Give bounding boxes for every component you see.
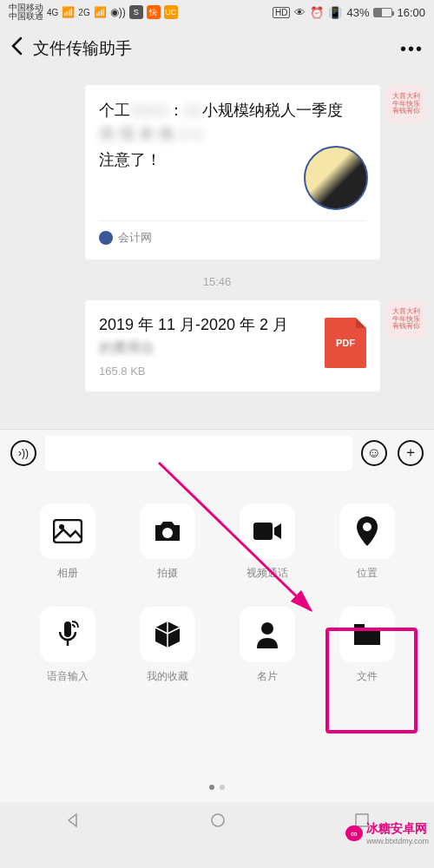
signal-2g: 2G	[78, 8, 89, 17]
sys-home-button[interactable]	[209, 812, 227, 832]
attach-label: 相册	[57, 566, 78, 581]
svg-point-10	[212, 814, 224, 826]
camera-icon	[140, 503, 195, 559]
attach-camera[interactable]: 拍摄	[128, 503, 207, 581]
status-bar: 中国移动 中国联通 4G 📶 2G 📶 ◉)) S 快 UC HD 👁 ⏰ 📳 …	[0, 0, 434, 24]
timestamp: 15:46	[9, 275, 425, 288]
page-title: 文件传输助手	[33, 37, 400, 60]
app-icon-3: UC	[164, 5, 178, 19]
dot	[220, 785, 225, 790]
annotation-highlight	[326, 628, 418, 733]
eye-icon: 👁	[294, 6, 306, 19]
watermark-text: 冰糖安卓网	[366, 821, 429, 837]
cube-icon	[140, 607, 195, 662]
article-card[interactable]: 个工□□□□：□□小规模纳税人一季度 填 报 表 格 □ □ 注意了！ 会计网	[85, 85, 380, 260]
carrier-2: 中国联通	[9, 12, 43, 21]
source-icon	[99, 231, 113, 245]
input-bar: ›)) ☺ ＋	[0, 429, 434, 476]
message-row-1: 个工□□□□：□□小规模纳税人一季度 填 报 表 格 □ □ 注意了！ 会计网 …	[9, 85, 425, 260]
attach-plus-button[interactable]: ＋	[396, 438, 425, 468]
attach-voiceinput[interactable]: 语音输入	[29, 607, 107, 684]
attach-label: 拍摄	[157, 566, 178, 581]
voice-toggle-button[interactable]: ›))	[9, 438, 38, 468]
avatar[interactable]: 大喜大利牛年快乐有钱有你	[387, 85, 425, 123]
back-button[interactable]	[10, 36, 23, 61]
attach-location[interactable]: 位置	[328, 503, 406, 581]
status-left: 中国移动 中国联通 4G 📶 2G 📶 ◉)) S 快 UC	[9, 3, 178, 21]
pdf-icon: PDF	[325, 318, 366, 368]
watermark-badge: ∞	[345, 825, 363, 841]
hd-icon: HD	[273, 7, 290, 18]
emoji-button[interactable]: ☺	[359, 438, 389, 468]
svg-rect-5	[64, 621, 71, 637]
message-row-2: 2019 年 11 月-2020 年 2 月 的费用合 165.8 KB PDF…	[9, 300, 425, 391]
svg-point-2	[162, 528, 173, 538]
person-icon	[240, 607, 295, 662]
attach-contactcard[interactable]: 名片	[228, 607, 306, 684]
article-title: 个工□□□□：□□小规模纳税人一季度 填 报 表 格 □ □	[99, 99, 366, 146]
attach-favorites[interactable]: 我的收藏	[128, 607, 207, 684]
attach-album[interactable]: 相册	[29, 503, 107, 581]
file-card[interactable]: 2019 年 11 月-2020 年 2 月 的费用合 165.8 KB PDF	[85, 300, 380, 391]
chat-area: 个工□□□□：□□小规模纳税人一季度 填 报 表 格 □ □ 注意了！ 会计网 …	[0, 85, 434, 391]
sys-back-button[interactable]	[64, 812, 82, 832]
svg-rect-3	[253, 523, 273, 540]
attach-label: 视频通话	[247, 566, 288, 581]
vibrate-icon: 📳	[328, 6, 342, 19]
avatar[interactable]: 大喜大利牛年快乐有钱有你	[387, 300, 425, 339]
battery-icon	[373, 8, 392, 17]
message-input[interactable]	[45, 436, 352, 470]
app-icon-1: S	[129, 5, 143, 19]
dot-active	[209, 785, 214, 790]
svg-point-7	[261, 622, 273, 635]
article-source-row: 会计网	[99, 220, 366, 246]
microphone-icon	[40, 607, 95, 662]
alarm-icon: ⏰	[310, 6, 324, 19]
clock-time: 16:00	[397, 6, 425, 19]
signal-4g: 4G	[47, 8, 58, 17]
signal-bars-icon: 📶	[62, 6, 75, 18]
file-title: 2019 年 11 月-2020 年 2 月	[99, 314, 314, 336]
page-indicator	[0, 785, 434, 790]
app-icon-2: 快	[147, 5, 161, 19]
watermark-url: www.btxtdmy.com	[366, 837, 429, 845]
status-right: HD 👁 ⏰ 📳 43% 16:00	[273, 6, 425, 19]
more-button[interactable]: •••	[400, 39, 424, 59]
battery-pct: 43%	[346, 6, 369, 19]
article-thumbnail	[304, 146, 368, 210]
svg-rect-0	[54, 520, 82, 542]
attach-label: 语音输入	[47, 669, 89, 684]
nav-bar: 文件传输助手 •••	[0, 24, 434, 73]
video-icon	[240, 503, 295, 559]
carrier-block: 中国移动 中国联通	[9, 3, 43, 21]
attach-videocall[interactable]: 视频通话	[228, 503, 306, 581]
article-source: 会计网	[118, 230, 152, 246]
attach-row-1: 相册 拍摄 视频通话 位置	[17, 503, 417, 581]
attach-label: 位置	[357, 566, 378, 581]
wifi-icon: ◉))	[110, 6, 126, 18]
file-subtitle: 的费用合	[99, 339, 314, 358]
file-size: 165.8 KB	[99, 365, 314, 378]
image-icon	[40, 503, 95, 559]
signal-bars-icon-2: 📶	[94, 6, 107, 18]
watermark: ∞ 冰糖安卓网 www.btxtdmy.com	[345, 821, 429, 845]
svg-point-4	[363, 523, 372, 531]
attach-label: 我的收藏	[147, 669, 188, 684]
location-pin-icon	[339, 503, 395, 559]
attach-label: 名片	[257, 669, 278, 684]
